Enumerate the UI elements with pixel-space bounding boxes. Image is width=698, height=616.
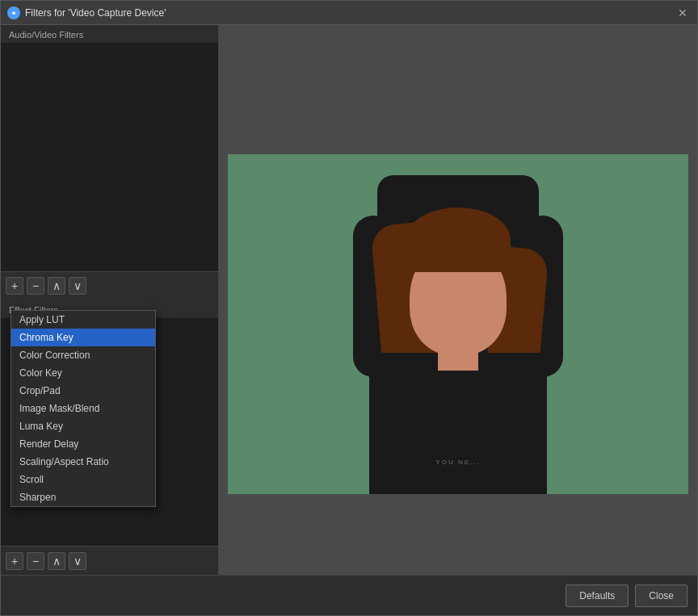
person-figure: YOU NE... [296,154,620,494]
remove-effect-filter-button[interactable]: − [27,552,44,570]
close-window-button[interactable]: ✕ [675,5,691,21]
add-effect-filter-button[interactable]: + [6,552,23,570]
dialog-window: ● Filters for 'Video Capture Device' ✕ A… [0,0,698,616]
hair-top [406,207,511,272]
move-up-audio-filter-button[interactable]: ∧ [48,277,65,295]
dropdown-item-scroll[interactable]: Scroll [11,471,155,488]
audio-video-filter-list [1,43,218,271]
preview-area-bottom [219,494,697,575]
dropdown-item-color-correction[interactable]: Color Correction [11,346,155,364]
app-icon: ● [7,6,20,19]
preview-video: YOU NE... [219,154,697,494]
left-panel: Audio/Video Filters + − ∧ ∨ Effect Filte… [1,25,219,575]
move-down-effect-filter-button[interactable]: ∨ [69,552,86,570]
right-panel: YOU NE... [219,25,697,575]
dropdown-item-image-mask-blend[interactable]: Image Mask/Blend [11,400,155,417]
video-frame: YOU NE... [228,154,688,494]
move-down-audio-filter-button[interactable]: ∨ [69,277,86,295]
audio-video-label: Audio/Video Filters [1,25,218,43]
add-audio-filter-button[interactable]: + [6,277,23,295]
dropdown-item-apply-lut[interactable]: Apply LUT [11,311,155,329]
dropdown-item-chroma-key[interactable]: Chroma Key [11,329,155,346]
preview-area-top [219,25,697,154]
defaults-button[interactable]: Defaults [566,585,629,607]
close-button[interactable]: Close [635,585,687,607]
effect-filter-controls: + − ∧ ∨ [1,546,218,575]
dropdown-item-scaling-aspect-ratio[interactable]: Scaling/Aspect Ratio [11,453,155,471]
effect-filter-dropdown: Apply LUTChroma KeyColor CorrectionColor… [11,310,156,507]
main-content: Audio/Video Filters + − ∧ ∨ Effect Filte… [1,25,697,575]
title-bar: ● Filters for 'Video Capture Device' ✕ [1,1,697,25]
bottom-bar: Defaults Close [1,575,697,615]
title-bar-text: Filters for 'Video Capture Device' [25,7,166,19]
remove-audio-filter-button[interactable]: − [27,277,44,295]
body-shirt: YOU NE... [369,353,547,495]
shirt-text: YOU NE... [377,459,539,466]
dropdown-item-color-key[interactable]: Color Key [11,364,155,382]
title-bar-left: ● Filters for 'Video Capture Device' [7,6,166,19]
dropdown-item-render-delay[interactable]: Render Delay [11,435,155,453]
dropdown-item-crop-pad[interactable]: Crop/Pad [11,382,155,400]
audio-video-filter-controls: + − ∧ ∨ [1,271,218,300]
move-up-effect-filter-button[interactable]: ∧ [48,552,65,570]
effect-filter-list: Apply LUTChroma KeyColor CorrectionColor… [1,318,218,547]
dropdown-item-luma-key[interactable]: Luma Key [11,417,155,435]
dropdown-item-sharpen[interactable]: Sharpen [11,488,155,506]
